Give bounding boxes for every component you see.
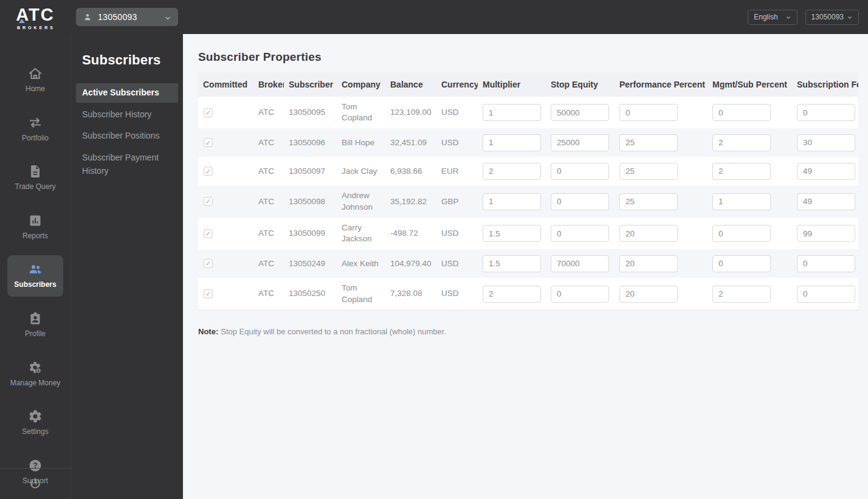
logo-text: ATC	[16, 6, 54, 24]
sidebar-item-reports[interactable]: Reports	[7, 207, 63, 248]
performance-percent-input[interactable]	[619, 225, 678, 242]
submenu-item-active-subscribers[interactable]: Active Subscribers	[76, 83, 178, 103]
language-selector[interactable]: English	[748, 10, 797, 25]
subscription-fee-input[interactable]	[797, 255, 855, 272]
mgmt-sub-percent-input[interactable]	[712, 286, 771, 303]
multiplier-input[interactable]	[483, 163, 541, 180]
committed-checkbox[interactable]	[204, 138, 213, 147]
balance-cell: 6,938.66	[385, 157, 436, 185]
sidebar-item-profile[interactable]: Profile	[7, 305, 63, 346]
mgmt-sub-percent-cell	[708, 218, 792, 249]
subscription-fee-input[interactable]	[797, 193, 855, 210]
sidebar-item-portfolio[interactable]: Portfolio	[7, 109, 63, 150]
sidebar-item-subscribers[interactable]: Subscribers	[7, 255, 63, 297]
committed-cell	[198, 97, 253, 128]
stop-equity-cell	[546, 249, 615, 278]
performance-percent-input[interactable]	[619, 134, 678, 151]
subscriber-properties-table: CommittedBrokerSubscriberCompanyBalanceC…	[198, 72, 858, 311]
stop-equity-input[interactable]	[551, 104, 609, 121]
stop-equity-input[interactable]	[551, 193, 609, 210]
main-content: Subscriber Properties CommittedBrokerSub…	[183, 34, 868, 499]
multiplier-input[interactable]	[483, 225, 541, 242]
mgmt-sub-percent-input[interactable]	[712, 134, 771, 151]
committed-checkbox[interactable]	[204, 197, 213, 206]
stop-equity-input[interactable]	[551, 163, 609, 180]
sidebar-item-settings[interactable]: Settings	[7, 402, 63, 444]
mgmt-sub-percent-input[interactable]	[712, 255, 771, 272]
atc-brokers-logo: ATC BROKERS	[0, 5, 71, 30]
sidebar-item-trade-query[interactable]: Trade Query	[7, 157, 63, 199]
committed-checkbox[interactable]	[204, 167, 213, 176]
sidebar-item-home[interactable]: Home	[7, 60, 63, 101]
profile-icon	[28, 311, 43, 326]
stop-equity-input[interactable]	[551, 286, 609, 303]
subscriber-cell: 13050098	[284, 185, 337, 217]
submenu-item-subscriber-history[interactable]: Subscriber History	[76, 105, 178, 125]
performance-percent-input[interactable]	[619, 163, 678, 180]
stop-equity-input[interactable]	[551, 134, 609, 151]
stop-equity-input[interactable]	[551, 225, 609, 242]
submenu-item-subscriber-payment-history[interactable]: Subscriber Payment History	[76, 148, 178, 181]
submenu-items: Active SubscribersSubscriber HistorySubs…	[76, 83, 178, 181]
subscription-fee-input[interactable]	[797, 134, 855, 151]
multiplier-cell	[478, 128, 546, 157]
subscribers-icon	[28, 262, 43, 277]
performance-percent-input[interactable]	[619, 104, 678, 121]
company-cell: Tom Copland	[337, 97, 385, 128]
performance-percent-cell	[615, 218, 708, 249]
committed-checkbox[interactable]	[204, 259, 213, 268]
performance-percent-input[interactable]	[619, 255, 678, 272]
currency-cell: GBP	[436, 185, 478, 217]
mgmt-sub-percent-cell	[708, 128, 792, 157]
sidebar-item-label: Reports	[22, 232, 48, 241]
subscription-fee-input[interactable]	[797, 286, 855, 303]
subscription-fee-input[interactable]	[797, 225, 855, 242]
chevron-down-icon	[164, 13, 171, 21]
currency-cell: EUR	[436, 157, 478, 185]
column-header-broker: Broker	[253, 72, 284, 97]
mgmt-sub-percent-input[interactable]	[712, 193, 771, 210]
language-selector-value: English	[754, 13, 777, 21]
table-row: ATC13050099Carry Jackson-498.72USD	[198, 218, 858, 249]
sidebar-item-manage-money[interactable]: $Manage Money	[7, 354, 63, 395]
mgmt-sub-percent-cell	[708, 157, 792, 185]
column-header-mgmt-sub-percent: Mgmt/Sub Percent	[708, 72, 792, 97]
multiplier-cell	[478, 97, 546, 128]
company-cell: Jack Clay	[337, 157, 385, 185]
multiplier-cell	[478, 218, 546, 249]
committed-cell	[198, 218, 253, 249]
settings-icon	[28, 409, 43, 424]
stop-equity-input[interactable]	[551, 255, 609, 272]
committed-checkbox[interactable]	[204, 289, 213, 298]
account-selector[interactable]: 13050093	[76, 8, 178, 26]
multiplier-input[interactable]	[483, 134, 541, 151]
stop-equity-cell	[546, 185, 615, 217]
performance-percent-input[interactable]	[619, 193, 678, 210]
multiplier-input[interactable]	[483, 104, 541, 121]
submenu-item-subscriber-positions[interactable]: Subscriber Positions	[76, 126, 178, 146]
subscription-fee-input[interactable]	[797, 163, 855, 180]
mgmt-sub-percent-input[interactable]	[712, 163, 771, 180]
account-mini-selector[interactable]: 13050093	[805, 10, 859, 25]
sidebar-nav: HomePortfolioTrade QueryReportsSubscribe…	[0, 34, 71, 499]
column-header-stop-equity: Stop Equity	[546, 72, 615, 97]
column-header-balance: Balance	[385, 72, 436, 97]
sidebar-item-label: Settings	[22, 427, 48, 437]
multiplier-input[interactable]	[483, 255, 541, 272]
mgmt-sub-percent-input[interactable]	[712, 104, 771, 121]
home-icon	[28, 66, 43, 81]
committed-checkbox[interactable]	[204, 229, 213, 238]
committed-cell	[198, 128, 253, 157]
multiplier-input[interactable]	[483, 286, 541, 303]
table-row: ATC13050097Jack Clay6,938.66EUR	[198, 157, 858, 185]
subscription-fee-input[interactable]	[797, 104, 855, 121]
currency-cell: USD	[436, 218, 478, 249]
logout-button[interactable]	[29, 477, 42, 490]
mgmt-sub-percent-input[interactable]	[712, 225, 771, 242]
column-header-subscriber: Subscriber	[284, 72, 337, 97]
broker-cell: ATC	[253, 278, 284, 310]
multiplier-input[interactable]	[483, 193, 541, 210]
performance-percent-input[interactable]	[619, 286, 678, 303]
committed-checkbox[interactable]	[204, 108, 213, 117]
performance-percent-cell	[615, 185, 708, 217]
